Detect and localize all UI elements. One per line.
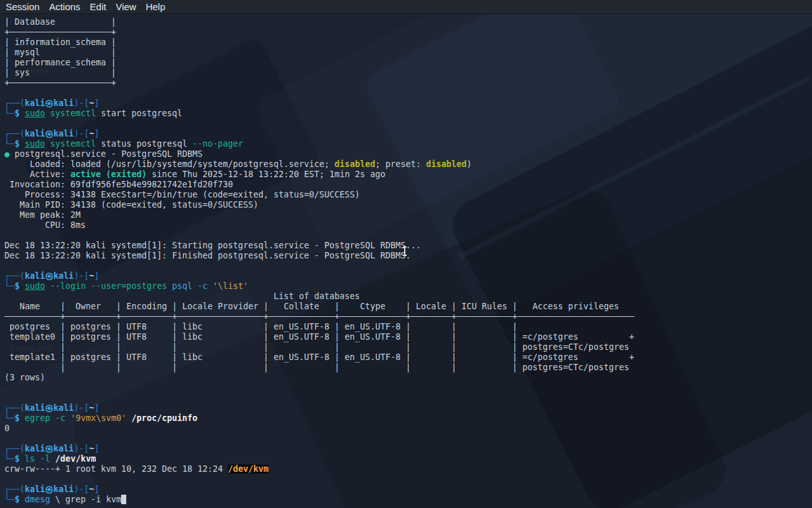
terminal-text-segment	[45, 281, 50, 291]
terminal-text-segment: active (exited)	[70, 170, 147, 179]
terminal-text-segment: ]	[94, 129, 99, 138]
terminal-text-segment: List of databases	[4, 291, 360, 301]
terminal-text-segment: ───────────+──────────+──────────+──────…	[4, 312, 634, 321]
terminal-text-segment: )-[	[74, 129, 89, 138]
terminal-text-segment: /proc/cpuinfo	[131, 413, 197, 423]
terminal-line: template0 | postgres | UTF8 | libc | en_…	[4, 332, 812, 342]
terminal-text-segment: )-[	[74, 485, 89, 494]
terminal-text-segment: ]	[94, 403, 99, 413]
terminal-text-segment: sudo	[25, 139, 45, 149]
terminal-line: +────────────────────+	[4, 27, 812, 37]
terminal-text-segment: )-[	[74, 403, 89, 413]
terminal-text-segment: ; preset:	[375, 159, 426, 169]
terminal-text-segment: disabled	[426, 159, 466, 169]
terminal-line: └─$ dmesg \ grep -i kvm	[4, 495, 812, 505]
terminal-line: Dec 18 13:22:20 kali systemd[1]: Finishe…	[4, 251, 812, 261]
terminal-line: Dec 18 13:22:20 kali systemd[1]: Startin…	[4, 241, 812, 251]
menu-session[interactable]: Session	[6, 1, 39, 12]
terminal-line: | | | | | | | | postgres=CTc/postgres	[4, 363, 812, 373]
terminal-line: 0	[4, 424, 812, 434]
terminal-text-segment: (3 rows)	[4, 373, 45, 382]
terminal-text-segment	[35, 454, 40, 464]
terminal-text-segment: --user=postgres	[91, 281, 167, 291]
terminal-line: Main PID: 34138 (code=exited, status=0/S…	[4, 200, 812, 210]
terminal-line	[4, 231, 812, 241]
terminal-text-segment	[20, 495, 25, 504]
terminal-text-segment: disabled	[334, 159, 375, 169]
terminal-text-segment: Dec 18 13:22:20 kali systemd[1]: Startin…	[4, 241, 421, 250]
terminal-text-segment: systemctl	[50, 109, 96, 118]
terminal-line: ┌──(kali㉿kali)-[~]	[4, 485, 812, 495]
terminal-text-segment: postgres | postgres | UTF8 | libc | en_U…	[4, 322, 523, 331]
terminal-text-segment: '9vmx\svm0'	[70, 413, 126, 423]
terminal-text-segment: ●	[4, 149, 10, 159]
terminal-line: List of databases	[4, 291, 812, 302]
terminal-line: ┌──(kali㉿kali)-[~]	[4, 271, 812, 281]
menu-edit[interactable]: Edit	[90, 1, 107, 12]
terminal-text-segment: | performance_schema |	[4, 58, 116, 67]
terminal-text-segment: )	[467, 159, 472, 169]
terminal-text-segment: CPU: 8ms	[4, 220, 86, 230]
terminal-text-segment: psql	[172, 281, 192, 291]
terminal-line: └─$ ls -l /dev/kvm	[4, 454, 812, 464]
terminal-line	[4, 261, 812, 271]
terminal-line: | Database |	[4, 17, 812, 27]
terminal-line: ┌──(kali㉿kali)-[~]	[4, 403, 812, 413]
terminal-text-segment: /dev/kvm	[55, 454, 96, 464]
terminal-text-segment: $	[15, 495, 20, 504]
terminal-text-segment: +────────────────────+	[4, 78, 116, 88]
terminal-text-segment: sudo	[25, 281, 45, 291]
terminal-text-segment: template1 | postgres | UTF8 | libc | en_…	[4, 352, 634, 362]
terminal-text-segment: └─	[4, 281, 15, 291]
terminal-line: Loaded: loaded (/usr/lib/systemd/system/…	[4, 159, 812, 170]
terminal-line: Name | Owner | Encoding | Locale Provide…	[4, 302, 812, 312]
terminal-text-segment: ]	[94, 271, 99, 281]
terminal-line: Invocation: 69fdf956fe5b4e99821742e1fd20…	[4, 180, 812, 190]
terminal-text-segment: ]	[94, 485, 99, 494]
terminal-text-segment: ┌──(	[4, 485, 25, 494]
terminal-text-segment: | Database |	[4, 17, 116, 27]
terminal-line: Process: 34138 ExecStart=/bin/true (code…	[4, 190, 812, 200]
terminal-line: | | | | | | | | postgres=CTc/postgres	[4, 342, 812, 352]
terminal-text-segment: ]	[94, 98, 99, 108]
terminal-text-segment: ┌──(	[4, 98, 25, 108]
terminal-output[interactable]: | Database |+────────────────────+| info…	[0, 14, 812, 508]
terminal-line: ┌──(kali㉿kali)-[~]	[4, 129, 812, 139]
terminal-text-segment	[20, 281, 25, 291]
terminal-text-segment: Name | Owner | Encoding | Locale Provide…	[4, 302, 634, 311]
terminal-text-segment: sudo	[25, 109, 45, 118]
menu-help[interactable]: Help	[146, 1, 166, 12]
menu-actions[interactable]: Actions	[49, 1, 80, 12]
terminal-line	[4, 393, 812, 403]
terminal-line: | sys |	[4, 68, 812, 78]
terminal-line	[4, 88, 812, 98]
terminal-text-segment: | | | | | | | | postgres=CTc/postgres	[4, 342, 629, 352]
terminal-text-segment: $	[15, 109, 20, 118]
terminal-line: Mem peak: 2M	[4, 210, 812, 220]
terminal-text-segment: Mem peak: 2M	[4, 210, 81, 220]
menu-view[interactable]: View	[115, 1, 136, 12]
terminal-text-segment: ]	[94, 444, 99, 453]
terminal-line: crw-rw----+ 1 root kvm 10, 232 Dec 18 12…	[4, 464, 812, 474]
terminal-text-segment	[20, 454, 25, 464]
terminal-text-segment: $	[15, 454, 20, 464]
terminal-text-segment: | mysql |	[4, 48, 116, 57]
terminal-text-segment: | | | | | | | | postgres=CTc/postgres	[4, 363, 629, 372]
terminal-text-segment	[45, 109, 50, 118]
terminal-text-segment	[20, 413, 25, 423]
terminal-window: Home Trash Floppy Disk Session Actions E…	[0, 0, 812, 508]
terminal-text-segment: └─	[4, 495, 15, 504]
terminal-text-segment: | information_schema |	[4, 37, 116, 47]
terminal-text-segment	[20, 109, 25, 118]
terminal-text-segment: $	[15, 413, 20, 423]
terminal-text-segment: └─	[4, 454, 15, 464]
terminal-text-segment: )-[	[74, 98, 89, 108]
terminal-text-segment	[50, 454, 55, 464]
terminal-text-segment: kali㉿kali	[25, 403, 74, 413]
terminal-text-segment: systemctl	[50, 139, 96, 149]
terminal-line	[4, 383, 812, 393]
terminal-line: +────────────────────+	[4, 78, 812, 88]
terminal-text-segment	[65, 413, 70, 423]
terminal-text-segment: Loaded: loaded (/usr/lib/systemd/system/…	[4, 159, 334, 169]
terminal-text-segment: $	[15, 281, 20, 291]
